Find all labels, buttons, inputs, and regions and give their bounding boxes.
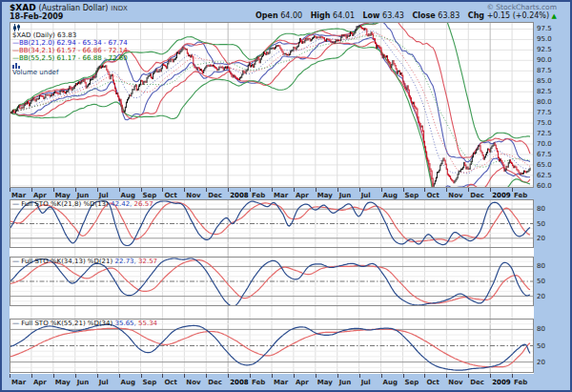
month-label: 2009 [492,379,510,386]
low-label: Low [363,11,380,20]
price-axis-label: 87.5 [537,67,552,74]
legend-price-row: $XAD (Daily) 63.83 [12,24,128,39]
month-tick [359,188,360,192]
close-label: Close [413,11,436,20]
month-label: May [317,192,333,199]
month-tick [424,374,425,378]
chg-up-arrow-icon: ▲ [552,12,557,20]
symbol-name: (Australian Dollar) [39,4,109,12]
month-label: Jun [339,192,352,199]
month-tick [316,188,317,192]
month-label: Jun [339,379,352,386]
stoch-axis-label: 80 [537,325,545,333]
month-tick [272,188,273,192]
month-label: Oct [164,192,176,199]
month-label: May [55,379,71,386]
symbol-ticker: $XAD [10,3,36,12]
month-tick [294,374,295,378]
month-tick [53,188,54,192]
month-tick [512,188,513,192]
stoch3-label: Full STO %K(55,21) %D(34) [21,320,112,327]
price-axis-label: 67.5 [537,151,552,158]
chg-label: Chg [468,11,484,20]
month-label: Aug [383,379,398,386]
price-axis-label: 70.0 [537,140,552,148]
stoch-axis-label: 80 [537,205,545,213]
copyright-text: © StockCharts.com [486,3,557,11]
month-tick [10,374,10,378]
month-label: Jul [361,379,371,386]
stoch2-k-value: 22.73, [115,258,136,265]
month-label: Feb [514,379,527,386]
month-label: Mar [274,379,288,386]
stoch-axis-label: 50 [537,342,545,350]
stoch-axis-label: 50 [537,220,545,228]
month-label: Apr [296,379,309,386]
stockcharts-chart-image: $XAD (Australian Dollar) INDX 18-Feb-200… [0,0,572,392]
line-sample-icon: — [12,39,19,47]
price-axis-label: 82.5 [537,88,552,95]
month-label: Jul [99,379,109,386]
line-sample-icon: — [12,320,19,327]
month-tick [512,374,513,378]
price-axis-label: 92.5 [537,46,552,53]
month-label: Apr [296,192,309,199]
month-tick [359,374,360,378]
month-tick [337,374,338,378]
stoch3-legend: — Full STO %K(55,21) %D(34) 35.65, 55.34 [12,320,157,327]
price-axis-label: 95.0 [537,35,552,43]
price-axis-label: 97.5 [537,25,552,32]
month-label: 2008 [230,379,248,386]
month-tick [119,188,120,192]
legend-bb21: —BB(21,2.0) 62.94 - 65.34 - 67.74 [12,39,128,47]
legend-bb34: —BB(34,2.1) 61.57 - 66.86 - 72.14 [12,47,128,54]
month-label: Sep [405,192,419,199]
price-axis-label: 72.5 [537,130,552,137]
month-tick [228,374,229,378]
month-tick [316,374,317,378]
month-tick [337,188,338,192]
month-label: 2008 [230,192,248,199]
line-sample-icon: — [12,258,19,265]
month-tick [141,188,142,192]
stoch1-d-value: 26.57 [134,200,153,208]
month-tick [141,374,142,378]
month-tick [97,188,98,192]
month-label: Feb [252,192,265,199]
month-tick [184,188,185,192]
month-label: Dec [470,379,484,386]
month-label: Dec [470,192,484,199]
month-label: Jul [99,192,109,199]
stoch-axis-label: 80 [537,262,545,270]
month-label: Nov [186,192,200,199]
stoch3-k-value: 35.65, [115,320,136,327]
month-tick [381,374,382,378]
stoch1-legend: — Full STO %K(21,8) %D(13) 42.42, 26.57 [12,200,153,208]
stoch-axis-label: 20 [537,359,545,366]
line-sample-icon: — [12,200,19,208]
month-tick [490,374,491,378]
month-label: May [55,192,71,199]
stoch2-d-value: 32.57 [138,258,157,265]
price-axis-label: 80.0 [537,98,552,106]
stoch2-legend: — Full STO %K(34,13) %D(21) 22.73, 32.57 [12,258,157,265]
month-tick [162,188,163,192]
month-label: Sep [143,192,157,199]
stochastic-panels-canvas [10,199,534,374]
month-label: Aug [121,379,135,386]
month-label: Feb [514,192,527,199]
legend-volume-label: Volume undef [12,69,58,76]
month-label: Jun [77,192,90,199]
month-label: Sep [405,379,419,386]
month-label: Oct [426,379,439,386]
month-tick [294,188,295,192]
candlestick-icon [12,24,21,31]
month-label: Mar [11,379,26,386]
price-axis-label: 62.5 [537,172,552,179]
stoch3-d-value: 55.34 [138,320,157,327]
price-axis-label: 85.0 [537,77,552,85]
month-label: Jul [361,192,371,199]
stoch-axis-label: 20 [537,235,545,242]
line-sample-icon: — [12,47,19,54]
month-tick [424,188,425,192]
